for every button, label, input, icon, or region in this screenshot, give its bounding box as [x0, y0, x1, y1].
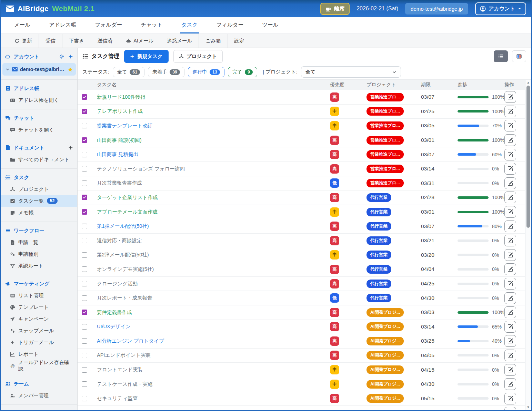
task-name-link[interactable]: アプローチメール文面作成 — [97, 209, 330, 215]
edit-task-button[interactable] — [504, 106, 516, 117]
sidebar-header-marketing[interactable]: マーケティング — [1, 278, 77, 290]
task-checkbox[interactable] — [82, 252, 87, 258]
sidebar-item-request-types[interactable]: 申請種別 — [1, 248, 77, 260]
scrollbar-thumb[interactable] — [526, 86, 530, 228]
task-checkbox[interactable] — [82, 324, 87, 330]
task-name-link[interactable]: 第2弾メール配信(50社) — [97, 252, 330, 258]
tab-filters[interactable]: フィルター — [215, 17, 245, 33]
task-name-link[interactable]: 要件定義書作成 — [97, 309, 330, 316]
sidebar-item-step-mail[interactable]: ステップメール — [1, 325, 77, 336]
status-pill-0[interactable]: 全て 61 — [113, 67, 144, 77]
task-checkbox[interactable] — [82, 123, 87, 128]
edit-task-button[interactable] — [504, 278, 516, 290]
task-checkbox[interactable] — [82, 238, 87, 243]
status-pill-3[interactable]: 完了 9 — [228, 67, 257, 77]
sidebar-item-projects[interactable]: プロジェクト — [1, 183, 77, 195]
toolbar-drafts[interactable]: 下書き — [62, 34, 91, 48]
sidebar-item-reports[interactable]: レポート — [1, 348, 77, 360]
task-checkbox[interactable] — [82, 224, 87, 229]
task-checkbox[interactable] — [82, 381, 87, 387]
project-filter-select[interactable]: 全て — [301, 66, 401, 78]
sidebar-item-email-verify[interactable]: @メールアドレス存在確認 — [1, 360, 77, 372]
task-checkbox[interactable] — [82, 180, 87, 186]
task-name-link[interactable]: 返信対応・商談設定 — [97, 237, 330, 244]
task-name-link[interactable]: テクノソリューションズ フォロー訪問 — [97, 166, 330, 172]
task-name-link[interactable]: テストケース作成・実施 — [97, 381, 330, 388]
plus-icon[interactable] — [68, 145, 73, 150]
scroll-down-arrow[interactable]: ▼ — [525, 405, 531, 409]
task-checkbox[interactable] — [82, 367, 87, 373]
edit-task-button[interactable] — [504, 120, 516, 131]
edit-task-button[interactable] — [504, 192, 516, 203]
sidebar-header-address-book[interactable]: アドレス帳 — [1, 82, 77, 94]
sidebar-header-workflow[interactable]: ワークフロー — [1, 225, 77, 236]
edit-task-button[interactable] — [504, 350, 516, 361]
sidebar-item-approval-routes[interactable]: 承認ルート — [1, 260, 77, 272]
task-name-link[interactable]: 新規リード100件獲得 — [97, 94, 330, 100]
sidebar-header-account[interactable]: アカウント — [1, 51, 77, 62]
edit-task-button[interactable] — [504, 206, 516, 218]
tab-folders[interactable]: フォルダー — [93, 17, 123, 33]
sidebar-header-chat[interactable]: チャット — [1, 112, 77, 124]
task-checkbox[interactable] — [82, 281, 87, 286]
sidebar-item-request-list[interactable]: 申請一覧 — [1, 236, 77, 248]
sidebar-item-open-chat[interactable]: チャットを開く — [1, 124, 77, 136]
edit-task-button[interactable] — [504, 134, 516, 146]
sidebar-header-senders[interactable]: 送信者 — [1, 408, 77, 410]
edit-task-button[interactable] — [504, 306, 516, 318]
toolbar-trash[interactable]: ごみ箱 — [199, 34, 227, 48]
sidebar-item-trigger-mail[interactable]: トリガーメール — [1, 336, 77, 348]
task-checkbox[interactable] — [82, 195, 87, 200]
edit-task-button[interactable] — [504, 335, 516, 347]
task-name-link[interactable]: フロントエンド実装 — [97, 366, 330, 373]
column-view-button[interactable] — [512, 50, 526, 62]
task-name-link[interactable]: UI/UXデザイン — [97, 323, 330, 330]
sidebar-item-task-list[interactable]: タスク一覧 52 — [1, 195, 77, 207]
away-status-button[interactable]: 離席 — [320, 3, 350, 15]
task-name-link[interactable]: 山田商事 商談(初回) — [97, 137, 330, 144]
task-name-link[interactable]: AI分析エンジン プロトタイプ — [97, 338, 330, 344]
edit-task-button[interactable] — [504, 221, 516, 232]
task-checkbox[interactable] — [82, 209, 87, 215]
edit-task-button[interactable] — [504, 378, 516, 390]
toolbar-inbox[interactable]: 受信 — [39, 34, 62, 48]
edit-task-button[interactable] — [504, 393, 516, 404]
task-checkbox[interactable] — [82, 94, 87, 100]
gear-icon[interactable] — [59, 54, 64, 59]
star-icon[interactable] — [68, 67, 73, 72]
task-name-link[interactable]: 第1弾メール配信(50社) — [97, 223, 330, 229]
edit-task-button[interactable] — [504, 235, 516, 246]
sidebar-header-tasks[interactable]: タスク — [1, 172, 77, 183]
toolbar-ai-mail[interactable]: AIメール — [119, 34, 160, 48]
sidebar-header-team[interactable]: チーム — [1, 378, 77, 390]
task-checkbox[interactable] — [82, 396, 87, 401]
edit-task-button[interactable] — [504, 163, 516, 175]
sidebar-item-list-management[interactable]: リスト管理 — [1, 290, 77, 301]
tab-chat[interactable]: チャット — [139, 17, 164, 33]
tab-mail[interactable]: メール — [13, 17, 32, 33]
scroll-up-arrow[interactable]: ▲ — [525, 81, 531, 84]
tab-tasks[interactable]: タスク — [180, 17, 199, 33]
list-view-button[interactable] — [494, 50, 508, 62]
task-name-link[interactable]: 提案書テンプレート改訂 — [97, 123, 330, 129]
tab-address-book[interactable]: アドレス帳 — [48, 17, 78, 33]
sidebar-item-all-documents[interactable]: すべてのドキュメント — [1, 154, 77, 165]
task-name-link[interactable]: 山田商事 見積提出 — [97, 151, 330, 158]
sidebar-account-selected[interactable]: demo-test@aibri… — [2, 63, 76, 76]
status-pill-2[interactable]: 進行中 13 — [188, 67, 224, 77]
sidebar-item-memo[interactable]: メモ帳 — [1, 207, 77, 218]
tab-tools[interactable]: ツール — [261, 17, 280, 33]
task-checkbox[interactable] — [82, 353, 87, 358]
task-name-link[interactable]: ターゲット企業リスト作成 — [97, 194, 330, 201]
sidebar-header-documents[interactable]: ドキュメント — [1, 142, 77, 154]
edit-task-button[interactable] — [504, 407, 516, 410]
sidebar-item-open-address-book[interactable]: アドレス帳を開く — [1, 94, 77, 106]
edit-task-button[interactable] — [504, 177, 516, 189]
sidebar-item-templates[interactable]: テンプレート — [1, 301, 77, 313]
task-name-link[interactable]: APIエンドポイント実装 — [97, 352, 330, 359]
task-checkbox[interactable] — [82, 152, 87, 157]
task-checkbox[interactable] — [82, 295, 87, 301]
task-checkbox[interactable] — [82, 266, 87, 272]
task-name-link[interactable]: 月次レポート・成果報告 — [97, 295, 330, 301]
edit-task-button[interactable] — [504, 149, 516, 160]
